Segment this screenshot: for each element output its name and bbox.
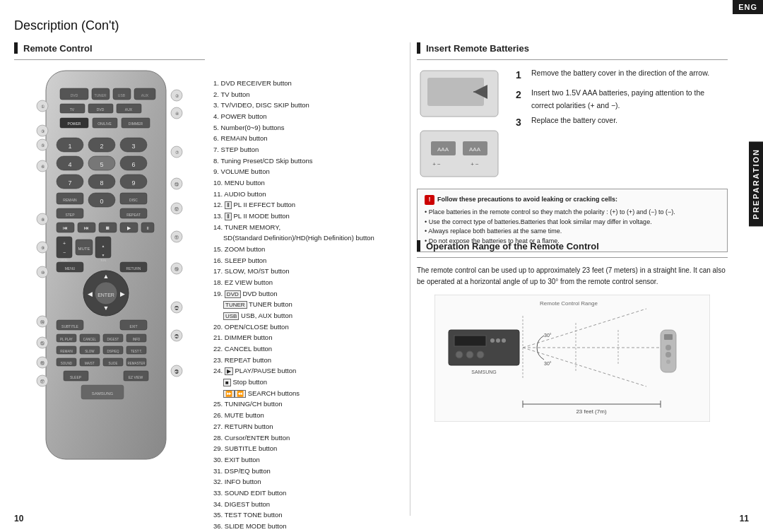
page-number-right: 11 — [740, 514, 749, 524]
svg-text:⑬: ⑬ — [175, 182, 179, 187]
operation-title: Operation Range of the Remote Control — [426, 241, 599, 252]
page-title: Description (Con't) — [14, 13, 119, 35]
svg-text:⑭: ⑭ — [40, 320, 45, 324]
section-bar — [14, 42, 18, 54]
list-item: 1. DVD RECEIVER button — [212, 78, 403, 89]
preparation-label: PREPARATION — [749, 141, 763, 226]
svg-rect-190 — [664, 334, 673, 340]
warning-item: Place batteries in the remote control so… — [425, 208, 720, 218]
svg-text:VOL: VOL — [61, 258, 68, 262]
svg-text:REMASTER: REMASTER — [127, 362, 146, 365]
batteries-panel: Insert Remote Batteries AAA AAA + − + − — [417, 42, 728, 252]
warning-item: Always replace both batteries at the sam… — [425, 227, 720, 237]
list-item: 34. DIGEST button — [212, 499, 403, 510]
remote-svg: DVD TUNER USB AUX TV DVD AUX POWER ON/LI… — [25, 67, 194, 477]
list-item: 8. Tuning Preset/CD Skip buttons — [212, 155, 403, 167]
svg-text:AAA: AAA — [437, 146, 449, 153]
list-item: ■ Stop button — [212, 377, 403, 388]
svg-text:1: 1 — [68, 143, 71, 150]
list-item: 15. ZOOM button — [212, 244, 403, 255]
svg-point-174 — [466, 351, 473, 358]
list-item: SD(Standard Definition)/HD(High Definiti… — [212, 232, 403, 244]
svg-text:+  −: + − — [471, 161, 479, 167]
svg-text:⏮: ⏮ — [63, 225, 68, 230]
list-item: 36. SLIDE MODE button — [212, 521, 403, 532]
svg-text:▲: ▲ — [102, 244, 105, 248]
operation-svg: SAMSUNG 30° 30° 23 feet (7m) — [434, 295, 710, 422]
svg-text:TUN: TUN — [100, 259, 106, 262]
svg-point-192 — [666, 352, 671, 357]
svg-text:9: 9 — [131, 179, 135, 187]
list-item: 2. TV button — [212, 89, 403, 100]
warning-title: ! Follow these precautions to avoid leak… — [425, 195, 720, 205]
button-list: 1. DVD RECEIVER button 2. TV button 3. T… — [212, 78, 403, 532]
svg-text:7: 7 — [68, 179, 71, 187]
svg-text:AUX: AUX — [141, 93, 149, 97]
svg-text:▲: ▲ — [103, 273, 110, 280]
svg-text:TV: TV — [70, 107, 75, 112]
svg-text:0: 0 — [100, 198, 103, 205]
list-item: 11. AUDIO button — [212, 189, 403, 200]
list-item: 6. REMAIN button — [212, 133, 403, 144]
svg-text:8: 8 — [100, 179, 103, 187]
list-item: 28. Cursor/ENTER button — [212, 432, 403, 444]
title-suffix: (Con't) — [78, 18, 119, 32]
list-item: 26. MUTE button — [212, 410, 403, 421]
svg-text:CANCEL: CANCEL — [83, 338, 97, 341]
batteries-content: AAA AAA + − + − 1 Remove the battery cov… — [417, 67, 728, 180]
list-item: 23. REPEAT button — [212, 355, 403, 366]
svg-text:3: 3 — [131, 143, 135, 150]
list-item: TUNER TUNER button — [212, 299, 403, 310]
svg-text:DVD: DVD — [71, 93, 78, 97]
operation-diagram: SAMSUNG 30° 30° 23 feet (7m) — [417, 295, 728, 422]
battery-image-2: AAA AAA + − + − — [417, 127, 502, 180]
svg-text:MENU: MENU — [65, 266, 76, 271]
operation-section: Operation Range of the Remote Control Th… — [417, 240, 728, 422]
list-item: 7. STEP button — [212, 144, 403, 155]
svg-text:4: 4 — [68, 161, 71, 168]
button-list-panel: 1. DVD RECEIVER button 2. TV button 3. T… — [212, 42, 403, 532]
svg-text:SUBTITLE: SUBTITLE — [61, 324, 79, 329]
eng-badge: ENG — [733, 0, 763, 14]
list-item: 24. ▶ PLAY/PAUSE button — [212, 365, 403, 377]
svg-text:㉘: ㉘ — [175, 370, 179, 374]
svg-text:◀: ◀ — [88, 290, 93, 297]
svg-text:INFO: INFO — [133, 338, 141, 341]
svg-text:+: + — [63, 241, 66, 246]
svg-text:REMAIN: REMAIN — [60, 350, 73, 353]
svg-text:SLIDE: SLIDE — [108, 362, 117, 365]
warning-icon: ! — [425, 195, 434, 205]
list-item: 18. EZ VIEW button — [212, 277, 403, 288]
list-item: 9. VOLUME button — [212, 166, 403, 177]
svg-text:AUX: AUX — [125, 107, 133, 112]
svg-text:30°: 30° — [544, 333, 552, 338]
svg-text:SAMSUNG: SAMSUNG — [92, 391, 114, 396]
svg-text:−: − — [63, 250, 66, 255]
svg-text:⑨: ⑨ — [41, 246, 45, 250]
svg-text:EZ VIEW: EZ VIEW — [129, 375, 143, 379]
list-item: 17. SLOW, MO/ST button — [212, 266, 403, 277]
remote-control-title: Remote Control — [23, 43, 93, 54]
svg-text:DISC: DISC — [129, 198, 138, 202]
svg-text:POWER: POWER — [68, 122, 81, 126]
list-item: USB USB, AUX button — [212, 310, 403, 321]
svg-text:MA/ST: MA/ST — [85, 362, 95, 365]
page-number-left: 10 — [14, 514, 23, 524]
svg-text:⏹: ⏹ — [105, 225, 110, 230]
svg-text:DIGEST: DIGEST — [107, 338, 119, 341]
title-text: Description — [14, 18, 78, 32]
svg-text:USB: USB — [118, 93, 126, 97]
step1-text: Remove the battery cover in the directio… — [531, 67, 709, 84]
section-bar-3 — [417, 240, 420, 252]
battery-images: AAA AAA + − + − — [417, 67, 502, 180]
list-item: 20. OPEN/CLOSE button — [212, 321, 403, 333]
warning-item: Use the correct type of batteries.Batter… — [425, 218, 720, 227]
list-item: 4. POWER button — [212, 111, 403, 122]
svg-text:⑫: ⑫ — [175, 207, 179, 211]
svg-text:30°: 30° — [544, 361, 552, 366]
svg-text:EXIT: EXIT — [129, 324, 137, 329]
svg-text:▼: ▼ — [103, 305, 110, 312]
svg-text:REPEAT: REPEAT — [126, 213, 141, 217]
list-item: 12. Ⅱ PL II EFFECT button — [212, 199, 403, 211]
svg-text:SOUND: SOUND — [61, 362, 73, 365]
